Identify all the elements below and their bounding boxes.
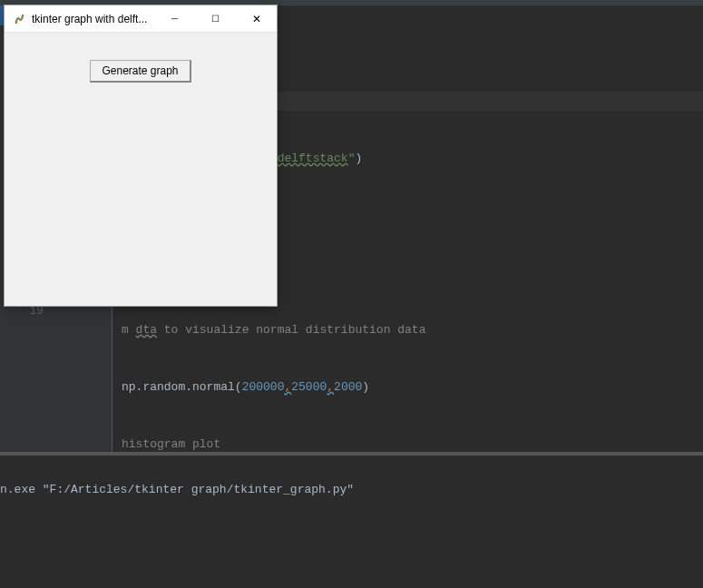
generate-graph-button[interactable]: Generate graph bbox=[90, 60, 190, 83]
tkinter-app-window: tkinter graph with delft... Generate gra… bbox=[4, 5, 278, 307]
code-line: np.random.normal(200000,25000,2000) bbox=[122, 377, 703, 397]
window-title: tkinter graph with delft... bbox=[32, 13, 154, 25]
maximize-button[interactable] bbox=[195, 5, 236, 32]
console-output-line: n.exe "F:/Articles/tkinter graph/tkinter… bbox=[0, 483, 703, 496]
close-button[interactable] bbox=[236, 5, 277, 32]
minimize-button[interactable] bbox=[154, 5, 195, 32]
window-controls bbox=[154, 5, 277, 32]
window-content: Generate graph bbox=[5, 33, 277, 306]
app-icon bbox=[12, 12, 26, 26]
window-titlebar[interactable]: tkinter graph with delft... bbox=[5, 5, 277, 33]
console-panel[interactable]: n.exe "F:/Articles/tkinter graph/tkinter… bbox=[0, 456, 703, 588]
code-line: histogram plot bbox=[122, 435, 703, 452]
code-line: m dta to visualize normal distribution d… bbox=[122, 320, 703, 339]
